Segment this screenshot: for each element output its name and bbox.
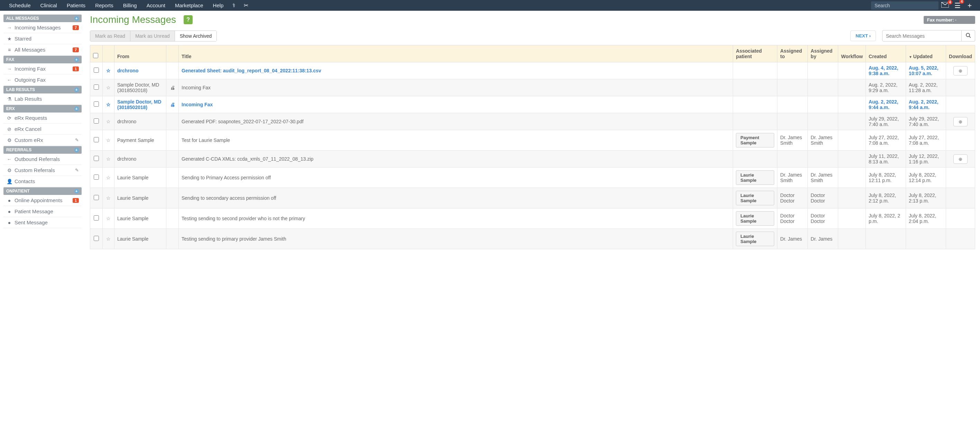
pencil-icon[interactable]: ✎ xyxy=(75,168,79,173)
nav-item-billing[interactable]: Billing xyxy=(118,2,142,8)
sidebar-item-erx-requests[interactable]: ⟳eRx Requests xyxy=(3,112,82,124)
sidebar-item-custom-referrals[interactable]: ⚙Custom Referrals✎ xyxy=(3,165,82,176)
search-messages-input[interactable] xyxy=(882,30,962,42)
star-icon[interactable]: ☆ xyxy=(106,85,111,90)
sidebar-item-lab-results[interactable]: ⚗Lab Results xyxy=(3,93,82,105)
col-assigned-to[interactable]: Assigned to xyxy=(777,45,808,62)
download-button[interactable]: ⊕ xyxy=(953,117,967,126)
download-button[interactable]: ⊕ xyxy=(953,154,967,164)
sidebar-item-contacts[interactable]: 👤Contacts xyxy=(3,176,82,187)
sidebar-item-erx-cancel[interactable]: ⊘eRx Cancel xyxy=(3,124,82,135)
col-created[interactable]: Created xyxy=(866,45,906,62)
add-icon[interactable]: ＋ xyxy=(963,1,976,10)
table-row[interactable]: ☆ Sample Doctor, MD (3018502018) 🖨 Incom… xyxy=(90,79,975,96)
sidebar-group-erx[interactable]: ERX xyxy=(3,105,82,112)
table-row[interactable]: ☆ drchrono Generated C-CDA XMLs: ccda_xm… xyxy=(90,150,975,168)
mark-read-button[interactable]: Mark as Read xyxy=(90,30,130,42)
star-icon[interactable]: ☆ xyxy=(106,236,111,241)
sidebar-item-sent-message[interactable]: ●Sent Message xyxy=(3,217,82,228)
plus-circle-icon[interactable] xyxy=(74,16,79,21)
sidebar-item-starred[interactable]: ★Starred xyxy=(3,33,82,44)
star-icon[interactable]: ☆ xyxy=(106,137,111,143)
sidebar-item-incoming-messages[interactable]: →Incoming Messages7 xyxy=(3,22,82,33)
title-cell[interactable]: Generated PDF: soapnotes_2022-07-17_2022… xyxy=(181,119,304,124)
col-title[interactable]: Title xyxy=(179,45,733,62)
title-cell[interactable]: Sending to Primary Access permission off xyxy=(181,175,271,181)
star-icon[interactable]: ☆ xyxy=(106,102,111,107)
row-checkbox[interactable] xyxy=(94,156,99,161)
col-assigned-by[interactable]: Assigned by xyxy=(808,45,838,62)
sidebar-group-fax[interactable]: FAX xyxy=(3,56,82,63)
sidebar-item-patient-message[interactable]: ●Patient Message xyxy=(3,206,82,217)
next-button[interactable]: NEXT › xyxy=(850,30,876,41)
table-row[interactable]: ☆ Payment Sample Test for Laurie Sample … xyxy=(90,130,975,150)
mark-unread-button[interactable]: Mark as Unread xyxy=(130,30,175,42)
title-cell[interactable]: Incoming Fax xyxy=(181,102,213,107)
pencil-icon[interactable]: ✎ xyxy=(75,137,79,143)
plus-circle-icon[interactable] xyxy=(74,88,79,92)
caduceus-icon[interactable]: ⚕ xyxy=(228,2,240,9)
nav-item-help[interactable]: Help xyxy=(208,2,229,8)
title-cell[interactable]: Testing sending to primary provider Jame… xyxy=(181,236,286,241)
patient-chip[interactable]: Laurie Sample xyxy=(736,232,774,246)
sidebar-item-outbound-referrals[interactable]: ←Outbound Referrals xyxy=(3,154,82,165)
title-cell[interactable]: Generated Sheet: audit_log_report_08_04_… xyxy=(181,68,321,74)
print-icon[interactable]: 🖨 xyxy=(170,102,175,107)
mail-icon[interactable]: 4 xyxy=(939,2,951,9)
col-workflow[interactable]: Workflow xyxy=(838,45,866,62)
plus-circle-icon[interactable] xyxy=(74,107,79,111)
row-checkbox[interactable] xyxy=(94,236,99,241)
row-checkbox[interactable] xyxy=(94,174,99,180)
col-download[interactable]: Download xyxy=(946,45,975,62)
star-icon[interactable]: ☆ xyxy=(106,216,111,221)
select-all-checkbox[interactable] xyxy=(93,53,98,58)
nav-item-reports[interactable]: Reports xyxy=(90,2,118,8)
row-checkbox[interactable] xyxy=(94,195,99,200)
sidebar-group-onpatient[interactable]: ONPATIENT xyxy=(3,187,82,195)
print-icon[interactable]: 🖨 xyxy=(170,85,175,90)
star-icon[interactable]: ☆ xyxy=(106,68,111,74)
title-cell[interactable]: Generated C-CDA XMLs: ccda_xmls_07_11_20… xyxy=(181,156,313,162)
sidebar-item-online-appointments[interactable]: ●Online Appointments1 xyxy=(3,195,82,206)
star-icon[interactable]: ☆ xyxy=(106,119,111,124)
table-row[interactable]: ☆ Laurie Sample Testing sending to prima… xyxy=(90,229,975,249)
patient-chip[interactable]: Laurie Sample xyxy=(736,211,774,226)
table-row[interactable]: ☆ drchrono Generated Sheet: audit_log_re… xyxy=(90,62,975,79)
row-checkbox[interactable] xyxy=(94,118,99,124)
col-updated[interactable]: Updated xyxy=(906,45,946,62)
sidebar-group-lab-results[interactable]: LAB RESULTS xyxy=(3,86,82,93)
star-icon[interactable]: ☆ xyxy=(106,195,111,201)
title-cell[interactable]: Testing sending to second provider who i… xyxy=(181,216,305,221)
nav-item-schedule[interactable]: Schedule xyxy=(4,2,36,8)
sidebar-item-all-messages[interactable]: ≡All Messages7 xyxy=(3,44,82,55)
title-cell[interactable]: Test for Laurie Sample xyxy=(181,137,230,143)
sidebar-item-custom-erx[interactable]: ⚙Custom eRx✎ xyxy=(3,135,82,146)
row-checkbox[interactable] xyxy=(94,215,99,221)
nav-item-account[interactable]: Account xyxy=(142,2,170,8)
row-checkbox[interactable] xyxy=(94,67,99,73)
download-button[interactable]: ⊕ xyxy=(953,66,967,75)
table-row[interactable]: ☆ Laurie Sample Sending to secondary acc… xyxy=(90,188,975,208)
patient-chip[interactable]: Payment Sample xyxy=(736,133,774,147)
plus-circle-icon[interactable] xyxy=(74,189,79,193)
help-icon[interactable]: ? xyxy=(184,15,192,24)
col-patient[interactable]: Associated patient xyxy=(733,45,777,62)
table-row[interactable]: ☆ Sample Doctor, MD (3018502018) 🖨 Incom… xyxy=(90,96,975,113)
sidebar-group-all-messages[interactable]: ALL MESSAGES xyxy=(3,14,82,22)
sidebar-item-outgoing-fax[interactable]: ←Outgoing Fax xyxy=(3,74,82,86)
table-row[interactable]: ☆ Laurie Sample Testing sending to secon… xyxy=(90,208,975,229)
scissors-icon[interactable]: ✂ xyxy=(240,2,253,9)
row-checkbox[interactable] xyxy=(94,101,99,107)
title-cell[interactable]: Incoming Fax xyxy=(181,85,211,90)
menu-icon[interactable]: ☰ 4 xyxy=(951,2,963,10)
search-messages-button[interactable] xyxy=(962,30,975,42)
row-checkbox[interactable] xyxy=(94,85,99,90)
table-row[interactable]: ☆ drchrono Generated PDF: soapnotes_2022… xyxy=(90,113,975,130)
plus-circle-icon[interactable] xyxy=(74,148,79,152)
sidebar-group-referrals[interactable]: REFERRALS xyxy=(3,146,82,154)
show-archived-button[interactable]: Show Archived xyxy=(175,30,217,42)
nav-item-marketplace[interactable]: Marketplace xyxy=(170,2,208,8)
row-checkbox[interactable] xyxy=(94,137,99,142)
col-from[interactable]: From xyxy=(115,45,166,62)
sidebar-item-incoming-fax[interactable]: →Incoming Fax1 xyxy=(3,63,82,74)
